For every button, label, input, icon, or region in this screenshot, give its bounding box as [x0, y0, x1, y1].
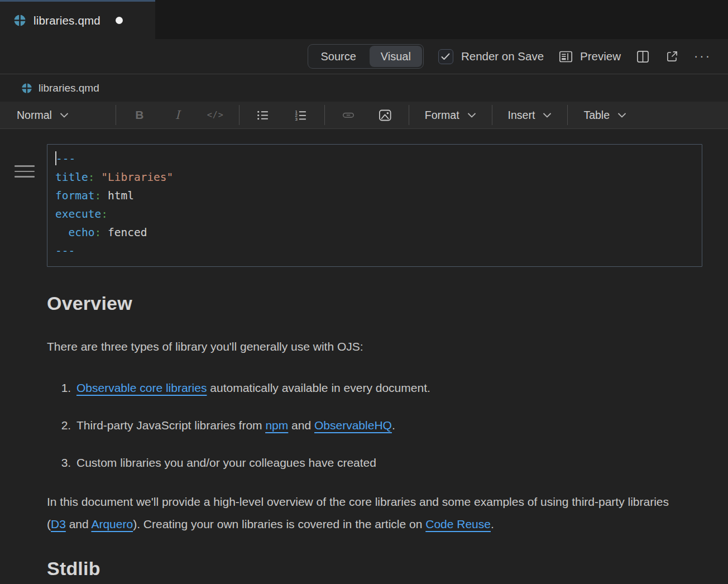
toolbar-separator — [239, 105, 240, 125]
library-types-list: Observable core libraries automatically … — [47, 377, 702, 474]
chevron-down-icon — [617, 113, 626, 118]
code-line: execute: — [55, 205, 694, 223]
quarto-icon — [13, 14, 26, 27]
table-menu[interactable]: Table — [579, 109, 631, 122]
bullet-list-icon — [256, 108, 270, 122]
svg-text:3: 3 — [295, 117, 298, 122]
preview-button[interactable]: Preview — [558, 49, 621, 64]
toolbar-separator — [324, 105, 325, 125]
bold-button[interactable]: B — [127, 104, 152, 126]
source-visual-toggle: Source Visual — [308, 44, 424, 69]
open-external-icon — [665, 49, 679, 64]
section-heading-overview: Overview — [47, 293, 702, 314]
block-drag-handle-icon[interactable] — [15, 165, 35, 178]
section-heading-stdlib: Stdlib — [47, 558, 702, 580]
quarto-icon — [21, 83, 32, 94]
link[interactable]: ObservableHQ — [314, 419, 392, 432]
visual-editor-toolbar: Normal B I </> 1 2 3 — [0, 102, 728, 129]
image-icon — [377, 108, 392, 123]
chevron-down-icon — [543, 113, 552, 118]
link[interactable]: Code Reuse — [425, 518, 491, 530]
render-on-save-checkbox[interactable] — [438, 49, 453, 64]
preview-icon — [558, 49, 573, 64]
list-item: Custom libraries you and/or your colleag… — [74, 452, 702, 474]
unsaved-indicator-dot[interactable] — [116, 17, 123, 24]
toolbar-separator — [492, 105, 492, 125]
link[interactable]: D3 — [51, 518, 66, 530]
toolbar-separator — [409, 105, 409, 125]
breadcrumb-file[interactable]: libraries.qmd — [39, 82, 99, 94]
list-item: Observable core libraries automatically … — [74, 377, 702, 399]
link-button[interactable] — [336, 104, 361, 126]
split-editor-icon — [635, 49, 650, 64]
tab-title: libraries.qmd — [33, 14, 100, 27]
chevron-down-icon — [467, 113, 476, 118]
tab-bar: libraries.qmd — [0, 0, 728, 39]
bullet-list-button[interactable] — [251, 104, 275, 126]
chevron-down-icon — [60, 113, 69, 118]
more-actions-button[interactable]: ··· — [694, 49, 711, 64]
block-format-label: Normal — [17, 109, 52, 122]
render-on-save-option[interactable]: Render on Save — [438, 49, 544, 64]
closing-paragraph: In this document we'll provide a high-le… — [47, 491, 689, 535]
list-item: Third-party JavaScript libraries from np… — [74, 414, 702, 437]
breadcrumb: libraries.qmd — [0, 74, 728, 102]
numbered-list-icon: 1 2 3 — [294, 108, 308, 122]
link[interactable]: Arquero — [91, 518, 133, 530]
visual-mode-button[interactable]: Visual — [370, 46, 422, 67]
editor-action-bar: Source Visual Render on Save Preview — [0, 39, 728, 74]
tab-libraries-qmd[interactable]: libraries.qmd — [0, 0, 155, 39]
insert-menu[interactable]: Insert — [504, 109, 557, 122]
code-line: format: html — [55, 186, 694, 205]
preview-label: Preview — [580, 50, 621, 63]
code-line: --- — [55, 242, 694, 260]
numbered-list-button[interactable]: 1 2 3 — [289, 104, 313, 126]
toolbar-separator — [116, 105, 116, 125]
link[interactable]: Observable core libraries — [76, 381, 207, 394]
toolbar-separator — [567, 105, 568, 125]
link-icon — [341, 108, 356, 122]
format-menu[interactable]: Format — [420, 109, 481, 122]
check-icon — [441, 53, 450, 60]
yaml-frontmatter-block[interactable]: --- title: "Libraries" format: html exec… — [47, 144, 702, 267]
code-line: title: "Libraries" — [55, 168, 694, 186]
visual-editor-document: --- title: "Libraries" format: html exec… — [0, 144, 728, 580]
intro-paragraph: There are three types of library you'll … — [47, 336, 689, 358]
bold-icon: B — [135, 108, 143, 122]
link[interactable]: npm — [265, 419, 288, 433]
code-line: echo: fenced — [55, 223, 694, 242]
inline-code-button[interactable]: </> — [203, 104, 228, 126]
split-editor-button[interactable] — [635, 49, 650, 64]
block-format-dropdown[interactable]: Normal — [12, 109, 73, 122]
render-on-save-label: Render on Save — [461, 50, 544, 63]
open-external-button[interactable] — [665, 49, 679, 64]
code-line: --- — [55, 150, 694, 168]
code-icon: </> — [207, 110, 224, 120]
italic-button[interactable]: I — [165, 104, 190, 126]
image-button[interactable] — [373, 104, 397, 126]
source-mode-button[interactable]: Source — [308, 44, 368, 69]
italic-icon: I — [175, 108, 180, 122]
